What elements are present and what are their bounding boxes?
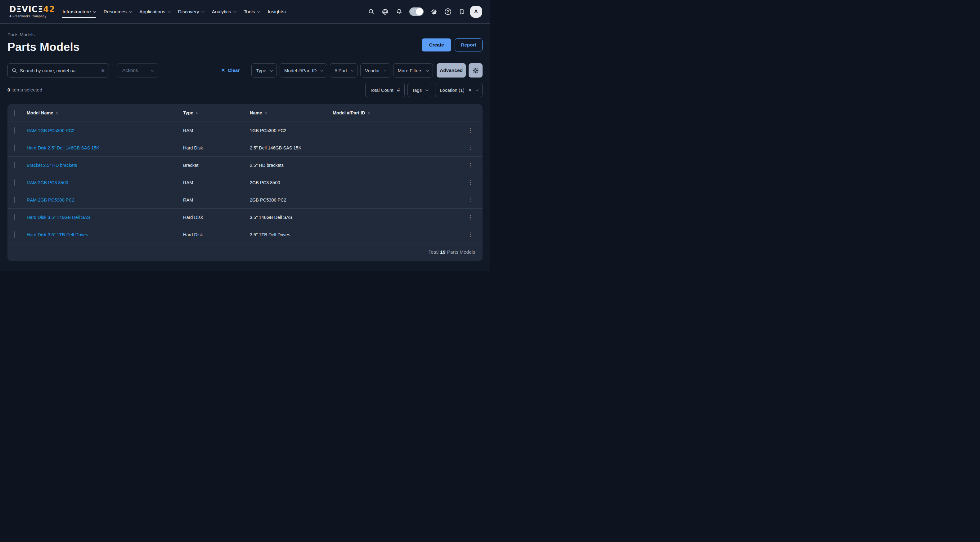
nav-discovery[interactable]: Discovery xyxy=(178,0,204,23)
help-icon[interactable]: ? xyxy=(442,6,453,17)
nav-infrastructure[interactable]: Infrastructure xyxy=(63,0,95,23)
clear-search-icon[interactable]: ✕ xyxy=(101,68,105,73)
logo-text: DΞVICΞ42 xyxy=(9,5,55,13)
topbar-actions: ☾ ✦ ? A xyxy=(366,6,482,17)
filter-toolbar: ✕ Actions ✕ Clear Type Model #/Part ID #… xyxy=(8,63,482,78)
advanced-button[interactable]: Advanced xyxy=(437,63,466,78)
model-name-link[interactable]: RAM 1GB PC5300 PC2 xyxy=(27,128,183,133)
location-filter-chip[interactable]: Location (1)✕ xyxy=(435,83,482,97)
filter-more-filters[interactable]: More Filters xyxy=(393,63,433,78)
bookmark-icon[interactable] xyxy=(456,6,467,17)
model-name-link[interactable]: Hard Disk 3.5" 1TB Dell Drives xyxy=(27,232,183,237)
row-checkbox[interactable] xyxy=(14,144,15,151)
nav-resources[interactable]: Resources xyxy=(103,0,131,23)
logo-main-text: DΞVICΞ xyxy=(9,5,43,14)
page-content: Parts Models Parts Models Create Report … xyxy=(0,24,490,261)
create-button[interactable]: Create xyxy=(422,38,451,51)
toggle-knob xyxy=(416,8,423,15)
column-header-model-part-id[interactable]: Model #/Part ID↑↓ xyxy=(332,110,464,115)
model-name-link[interactable]: RAM 2GB PC5300 PC2 xyxy=(27,198,183,203)
column-header-model-name[interactable]: Model Name↑↓ xyxy=(27,110,183,115)
filter-num-part[interactable]: # Part xyxy=(330,63,358,78)
total-count-chip[interactable]: Total Count# xyxy=(365,83,405,97)
filter-chips: Type Model #/Part ID # Part Vendor More … xyxy=(251,63,482,78)
chip-label: Vendor xyxy=(365,68,380,73)
device42-logo[interactable]: DΞVICΞ42 A Freshworks Company xyxy=(9,5,55,18)
table-settings-gear-button[interactable] xyxy=(469,63,482,78)
nav-label: Applications xyxy=(139,9,165,14)
chevron-down-icon xyxy=(383,68,387,71)
nav-label: Infrastructure xyxy=(63,9,91,14)
row-actions-kebab-icon[interactable]: ⋮ xyxy=(464,145,476,151)
header-buttons: Create Report xyxy=(422,38,482,51)
table-row: RAM 1GB PC5300 PC2 RAM 1GB PC5300 PC2 ⋮ xyxy=(8,122,482,139)
column-header-name[interactable]: Name↑↓ xyxy=(250,110,332,115)
row-actions-kebab-icon[interactable]: ⋮ xyxy=(464,197,476,203)
filter-vendor[interactable]: Vendor xyxy=(360,63,390,78)
sort-icon: ↑↓ xyxy=(264,111,267,115)
top-navigation-bar: DΞVICΞ42 A Freshworks Company Infrastruc… xyxy=(0,0,490,24)
row-actions-kebab-icon[interactable]: ⋮ xyxy=(464,215,476,220)
table-row: RAM 2GB PC5300 PC2 RAM 2GB PC5300 PC2 ⋮ xyxy=(8,191,482,208)
chip-label: Location (1) xyxy=(440,87,464,93)
type-cell: RAM xyxy=(183,128,250,133)
clear-x-icon: ✕ xyxy=(221,68,225,73)
actions-label: Actions xyxy=(122,68,138,73)
row-checkbox[interactable] xyxy=(14,214,15,220)
filter-model-part-id[interactable]: Model #/Part ID xyxy=(280,63,327,78)
nav-insights-plus[interactable]: Insights+ xyxy=(268,0,287,23)
model-name-link[interactable]: RAM 2GB PC3 8500 xyxy=(27,180,183,185)
parts-models-table: Model Name↑↓ Type↑↓ Name↑↓ Model #/Part … xyxy=(8,104,482,261)
model-name-link[interactable]: Hard Disk 3.5" 146GB Dell SAS xyxy=(27,215,183,220)
row-checkbox[interactable] xyxy=(14,231,15,238)
hash-icon: # xyxy=(397,87,400,93)
type-cell: Hard Disk xyxy=(183,146,250,151)
globe-icon[interactable] xyxy=(380,6,391,17)
select-all-checkbox[interactable] xyxy=(14,110,15,116)
settings-gear-icon[interactable] xyxy=(428,6,439,17)
report-button[interactable]: Report xyxy=(455,38,482,51)
row-checkbox[interactable] xyxy=(14,162,15,168)
theme-toggle[interactable]: ☾ ✦ xyxy=(409,8,423,16)
name-cell: 3.5" 146GB Dell SAS xyxy=(250,215,332,220)
nav-tools[interactable]: Tools xyxy=(244,0,259,23)
main-menu: Infrastructure Resources Applications Di… xyxy=(63,0,287,23)
row-actions-kebab-icon[interactable]: ⋮ xyxy=(464,162,476,168)
chip-label: Total Count xyxy=(370,87,393,93)
user-avatar[interactable]: A xyxy=(470,6,482,17)
breadcrumb[interactable]: Parts Models xyxy=(8,32,80,37)
table-row: Hard Disk 3.5" 146GB Dell SAS Hard Disk … xyxy=(8,208,482,226)
chevron-down-icon xyxy=(151,68,154,71)
row-checkbox[interactable] xyxy=(14,127,15,134)
tags-chip[interactable]: Tags xyxy=(407,83,433,97)
search-icon[interactable] xyxy=(366,6,377,17)
type-cell: Hard Disk xyxy=(183,215,250,220)
notifications-bell-icon[interactable] xyxy=(393,6,405,17)
nav-applications[interactable]: Applications xyxy=(139,0,170,23)
total-count: 19 xyxy=(440,249,445,255)
logo-tagline: A Freshworks Company xyxy=(9,14,55,18)
actions-dropdown[interactable]: Actions xyxy=(117,63,158,78)
app-window: DΞVICΞ42 A Freshworks Company Infrastruc… xyxy=(0,0,490,271)
total-prefix: Total xyxy=(428,249,439,255)
sort-icon: ↑↓ xyxy=(368,111,370,115)
clear-filters-button[interactable]: ✕ Clear xyxy=(221,68,240,73)
table-row: Hard Disk 3.5" 1TB Dell Drives Hard Disk… xyxy=(8,226,482,243)
row-actions-kebab-icon[interactable]: ⋮ xyxy=(464,232,476,237)
model-name-link[interactable]: Bracket 2.5" HD brackets xyxy=(27,163,183,168)
row-actions-kebab-icon[interactable]: ⋮ xyxy=(464,180,476,185)
row-actions-kebab-icon[interactable]: ⋮ xyxy=(464,128,476,133)
search-input[interactable] xyxy=(20,68,98,73)
name-cell: 3.5" 1TB Dell Drives xyxy=(250,232,332,237)
nav-label: Tools xyxy=(244,9,255,14)
filter-type[interactable]: Type xyxy=(251,63,277,78)
model-name-link[interactable]: Hard Disk 2.5" Dell 146GB SAS 15K xyxy=(27,146,183,151)
clear-label: Clear xyxy=(228,68,240,73)
row-checkbox[interactable] xyxy=(14,197,15,203)
column-header-type[interactable]: Type↑↓ xyxy=(183,110,250,115)
chip-label: More Filters xyxy=(398,68,422,73)
remove-location-filter-icon[interactable]: ✕ xyxy=(468,88,472,92)
row-checkbox[interactable] xyxy=(14,179,15,186)
nav-analytics[interactable]: Analytics xyxy=(212,0,235,23)
question-mark: ? xyxy=(445,8,451,15)
